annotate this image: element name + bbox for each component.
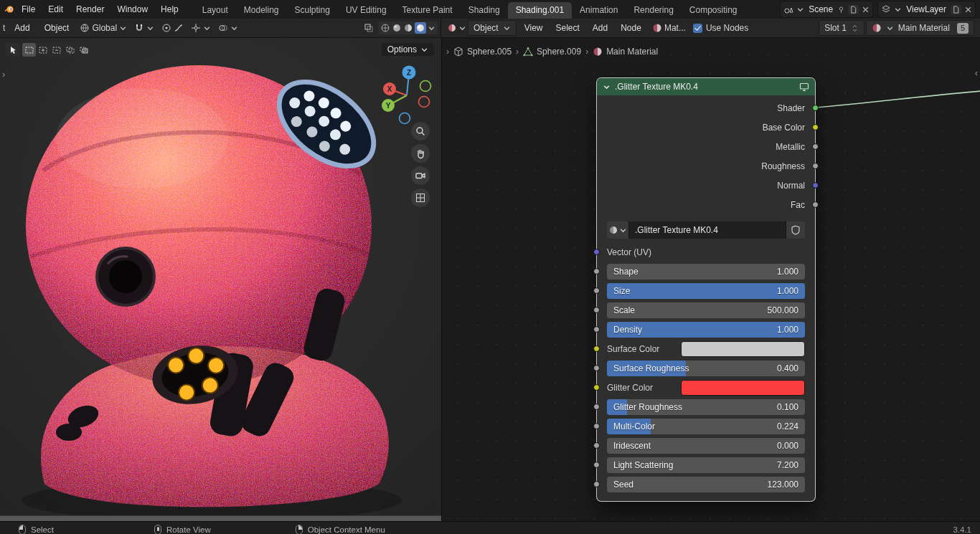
overlays-icon[interactable] (218, 23, 228, 33)
slider-density[interactable]: Density1.000 (607, 322, 805, 338)
tab-modeling[interactable]: Modeling (236, 2, 287, 19)
shader-editor-type-icon[interactable] (447, 23, 457, 33)
magnet-icon[interactable] (134, 23, 144, 33)
transform-orientation[interactable]: Global (77, 22, 130, 34)
tab-texture-paint[interactable]: Texture Paint (395, 2, 461, 19)
navigation-gizmo[interactable]: Z X Y (375, 62, 435, 128)
tab-rendering[interactable]: Rendering (626, 2, 681, 19)
falloff-curve-icon[interactable] (174, 23, 184, 33)
node-header[interactable]: .Glitter Texture MK0.4 (597, 78, 815, 95)
tab-compositing[interactable]: Compositing (682, 2, 745, 19)
region-expand-icon[interactable]: › (446, 47, 449, 57)
chevron-down-icon[interactable] (203, 24, 211, 32)
unlink-scene-icon[interactable] (862, 6, 870, 14)
shading-rendered-icon[interactable] (415, 23, 425, 33)
slider-light-scattering[interactable]: Light Scattering7.200 (607, 457, 805, 473)
tab-uv-editing[interactable]: UV Editing (338, 2, 395, 19)
output-socket-roughness[interactable] (812, 163, 819, 169)
use-nodes-toggle[interactable]: Use Nodes (693, 23, 748, 33)
chevron-down-icon[interactable] (146, 24, 154, 32)
gizmo-z-label[interactable]: Z (407, 69, 411, 77)
output-socket-shader[interactable] (812, 105, 819, 111)
input-socket-light-scattering[interactable] (593, 462, 600, 468)
nodetree-name-field[interactable]: .Glitter Texture MK0.4 (628, 221, 786, 239)
use-nodes-checkbox[interactable] (693, 24, 702, 33)
slider-iridescent[interactable]: Iridescent0.000 (607, 438, 805, 454)
tab-shading-001[interactable]: Shading.001 (508, 2, 572, 19)
viewlayer-selector[interactable]: ViewLayer (877, 1, 976, 18)
breadcrumb-item-sphere-009[interactable]: Sphere.009 (523, 47, 581, 57)
sidebar-expand-icon[interactable]: ‹ (975, 68, 978, 77)
output-socket-fac[interactable] (812, 201, 819, 208)
viewport-zoom-icon[interactable] (411, 122, 430, 140)
input-socket-density[interactable] (593, 326, 600, 333)
slider-scale[interactable]: Scale500.000 (607, 302, 805, 318)
scene-name[interactable]: Scene (807, 4, 834, 14)
input-socket-iridescent[interactable] (593, 442, 600, 449)
fake-user-button[interactable] (786, 221, 805, 239)
layers-icon[interactable] (881, 4, 891, 14)
input-socket-vector-uv[interactable] (593, 249, 600, 255)
menu-window[interactable]: Window (110, 4, 154, 14)
viewport-camera-icon[interactable] (411, 166, 430, 185)
gizmo-y-label[interactable]: Y (386, 102, 391, 110)
material-pin-group[interactable]: Mat... (649, 22, 689, 34)
slider-size[interactable]: Size1.000 (607, 283, 805, 299)
material-users-badge[interactable]: 5 (957, 23, 969, 34)
input-socket-size[interactable] (593, 287, 600, 294)
input-socket-scale[interactable] (593, 307, 600, 313)
menu-file[interactable]: File (15, 4, 42, 14)
input-socket-glitter-color[interactable] (593, 384, 600, 391)
slider-seed[interactable]: Seed123.000 (607, 477, 805, 492)
cursor-tool-icon[interactable] (6, 43, 19, 57)
toolbar-expand-icon[interactable]: › (2, 70, 5, 79)
scene-browse-icon[interactable] (783, 4, 793, 14)
input-socket-surface-color[interactable] (593, 345, 600, 352)
slider-surface-roughness[interactable]: Surface Roughness0.400 (607, 361, 805, 376)
new-scene-button[interactable] (848, 5, 859, 14)
output-socket-base-color[interactable] (812, 124, 819, 130)
breadcrumb-item-main-material[interactable]: Main Material (593, 47, 658, 57)
remove-viewlayer-icon[interactable] (964, 6, 972, 14)
clipped-menu-item[interactable]: t (3, 23, 5, 33)
shader-menu-add[interactable]: Add (586, 19, 614, 37)
material-selector[interactable]: Main Material 5 (866, 20, 974, 36)
gizmo-x-label[interactable]: X (387, 85, 392, 93)
collapse-chevron-icon[interactable] (603, 83, 611, 91)
color-swatch-surface-color[interactable] (681, 341, 805, 357)
shading-solid-icon[interactable] (392, 23, 402, 33)
viewport-menu-add[interactable]: Add (8, 19, 36, 37)
color-swatch-glitter-color[interactable] (681, 380, 805, 396)
output-socket-metallic[interactable] (812, 143, 819, 150)
slider-shape[interactable]: Shape1.000 (607, 264, 805, 280)
timeline-collapsed-strip[interactable] (0, 515, 441, 521)
viewport-pan-icon[interactable] (411, 144, 430, 163)
slider-multi-color[interactable]: Multi-Color0.224 (607, 419, 805, 434)
menu-edit[interactable]: Edit (42, 4, 70, 14)
material-name[interactable]: Main Material (898, 23, 950, 33)
chevron-down-icon[interactable] (428, 24, 435, 32)
mat-label[interactable]: Mat... (664, 23, 686, 33)
viewport-options-dropdown[interactable]: Options (382, 43, 434, 56)
new-viewlayer-button[interactable] (951, 5, 961, 14)
select-difference-icon[interactable] (63, 43, 77, 57)
tab-layout[interactable]: Layout (194, 2, 236, 19)
monitor-icon[interactable] (799, 82, 809, 92)
tab-shading[interactable]: Shading (461, 2, 508, 19)
xray-toggle-icon[interactable] (364, 23, 374, 33)
proportional-edit-icon[interactable] (161, 23, 171, 33)
viewport-ortho-icon[interactable] (411, 189, 430, 207)
tab-sculpting[interactable]: Sculpting (287, 2, 338, 19)
input-socket-glitter-roughness[interactable] (593, 404, 600, 410)
input-socket-shape[interactable] (593, 268, 600, 275)
shader-type-dropdown[interactable]: Object (468, 20, 517, 36)
shading-wireframe-icon[interactable] (380, 23, 390, 33)
shader-menu-select[interactable]: Select (549, 19, 585, 37)
menu-render[interactable]: Render (70, 4, 110, 14)
output-socket-normal[interactable] (812, 182, 819, 189)
tab-animation[interactable]: Animation (572, 2, 626, 19)
pin-icon[interactable] (837, 6, 845, 14)
shader-menu-view[interactable]: View (518, 19, 550, 37)
slider-glitter-roughness[interactable]: Glitter Roughness0.100 (607, 399, 805, 415)
chevron-down-icon[interactable] (230, 24, 238, 32)
